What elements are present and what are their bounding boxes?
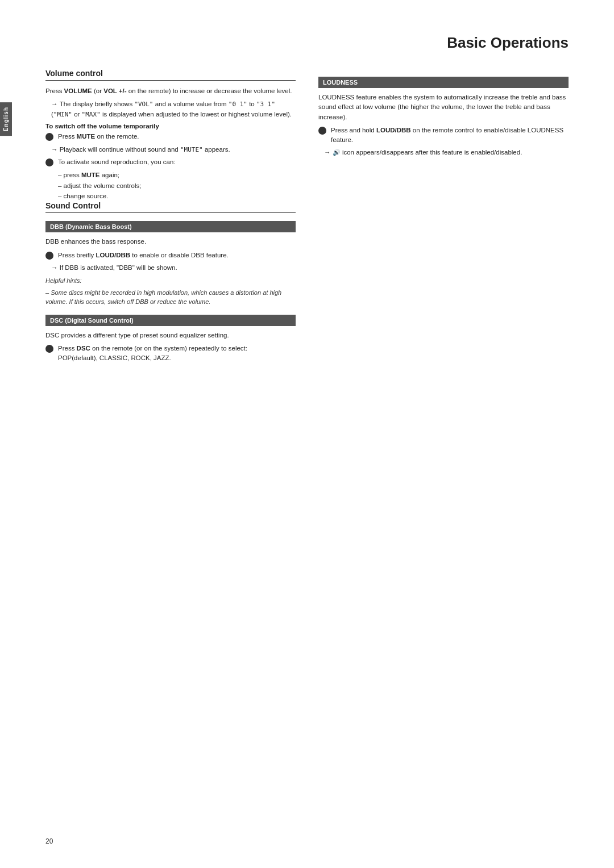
bullet-dot-5: [318, 127, 326, 135]
left-column: Volume control Press VOLUME (or VOL +/- …: [45, 69, 296, 366]
sound-control-section: Sound Control DBB (Dynamic Bass Boost) D…: [45, 201, 296, 363]
volume-arrow1: The display briefly shows "VOL" and a vo…: [51, 99, 296, 119]
dsc-banner: DSC (Digital Sound Control): [45, 315, 296, 326]
volume-intro: Press VOLUME (or VOL +/- on the remote) …: [45, 86, 296, 96]
dbb-bullet-item: Press breifly LOUD/DBB to enable or disa…: [45, 251, 296, 260]
loudness-description: LOUDNESS feature enables the system to a…: [318, 93, 569, 122]
content-area: Volume control Press VOLUME (or VOL +/- …: [45, 69, 569, 366]
activate-bullet-item: To activate sound reproduction, you can:: [45, 157, 296, 167]
loudness-bullet-text: Press and hold LOUD/DBB on the remote co…: [331, 126, 569, 145]
loudness-arrow: 🔊 icon appears/disappears after this fea…: [324, 148, 569, 157]
mute-arrow: Playback will continue without sound and…: [51, 145, 296, 155]
dsc-options: POP(default), CLASSIC, ROCK, JAZZ.: [58, 354, 171, 361]
bullet-dot-2: [45, 158, 53, 166]
sound-control-title: Sound Control: [45, 201, 296, 213]
loudness-banner: LOUDNESS: [318, 77, 569, 88]
page: English Basic Operations Volume control …: [0, 0, 614, 868]
dsc-bullet-item: Press DSC on the remote (or on the syste…: [45, 344, 296, 364]
sidebar-tab: English: [0, 102, 12, 136]
bullet-dot-3: [45, 252, 53, 260]
dsc-bullet-text: Press DSC on the remote (or on the syste…: [58, 344, 296, 364]
mute-heading: To switch off the volume temporarily: [45, 123, 296, 130]
dbb-arrow: If DBB is activated, "DBB" will be shown…: [51, 263, 296, 273]
mute-bullet-item: Press MUTE on the remote.: [45, 132, 296, 141]
activate-item-1: press MUTE again;: [58, 170, 296, 180]
mute-bullet-text: Press MUTE on the remote.: [58, 132, 296, 141]
volume-control-section: Volume control Press VOLUME (or VOL +/- …: [45, 69, 296, 201]
dbb-banner: DBB (Dynamic Bass Boost): [45, 221, 296, 232]
helpful-hints-label: Helpful hints:: [45, 276, 296, 286]
dsc-description: DSC provides a different type of preset …: [45, 331, 296, 340]
activate-item-2: adjust the volume controls;: [58, 181, 296, 191]
page-number: 20: [45, 837, 53, 845]
loudness-section: LOUDNESS LOUDNESS feature enables the sy…: [318, 77, 569, 158]
activate-item-3: change source.: [58, 191, 296, 201]
dbb-description: DBB enhances the bass response.: [45, 237, 296, 247]
activate-sub-list: press MUTE again; adjust the volume cont…: [58, 170, 296, 201]
right-column: LOUDNESS LOUDNESS feature enables the sy…: [318, 69, 569, 366]
loudness-icon: 🔊: [333, 149, 341, 156]
bullet-dot: [45, 133, 53, 141]
activate-text: To activate sound reproduction, you can:: [58, 157, 296, 167]
page-title: Basic Operations: [45, 34, 569, 52]
dbb-bullet-text: Press breifly LOUD/DBB to enable or disa…: [58, 251, 296, 260]
bullet-dot-4: [45, 345, 53, 353]
loudness-bullet-item: Press and hold LOUD/DBB on the remote co…: [318, 126, 569, 145]
helpful-hints-text: – Some discs might be recorded in high m…: [45, 288, 296, 307]
volume-control-title: Volume control: [45, 69, 296, 81]
